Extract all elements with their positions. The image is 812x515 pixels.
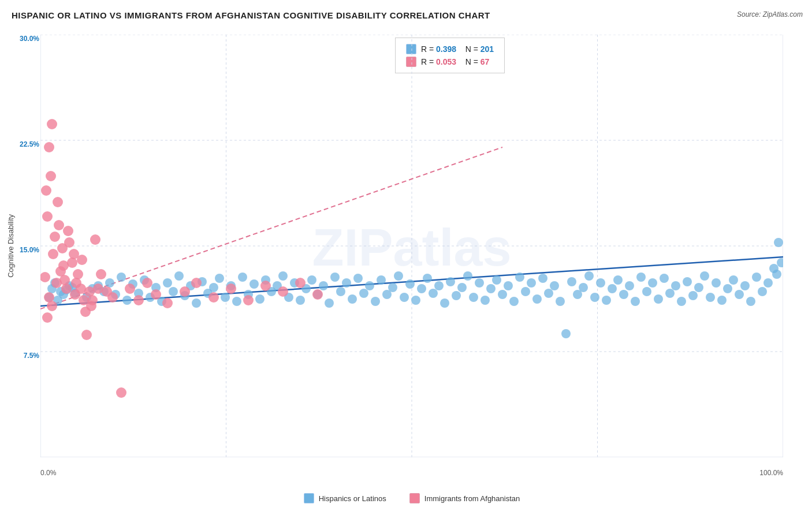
svg-point-183 <box>107 292 118 303</box>
bottom-label-pink: Immigrants from Afghanistan <box>409 493 520 503</box>
svg-point-51 <box>249 279 259 289</box>
y-tick-15: 15.0% <box>20 246 39 254</box>
svg-point-131 <box>712 278 721 288</box>
svg-point-97 <box>515 273 524 282</box>
svg-point-72 <box>371 297 380 306</box>
svg-point-189 <box>162 298 173 308</box>
svg-point-150 <box>50 232 60 242</box>
svg-point-173 <box>81 330 92 340</box>
source-label: Source: ZipAtlas.com <box>737 10 803 18</box>
x-tick-100: 100.0% <box>759 469 783 477</box>
svg-point-125 <box>677 297 686 306</box>
svg-point-196 <box>278 286 288 297</box>
svg-point-162 <box>64 237 75 248</box>
svg-point-56 <box>278 271 288 281</box>
svg-point-101 <box>538 274 547 283</box>
svg-point-45 <box>215 274 224 283</box>
svg-point-89 <box>469 293 478 302</box>
svg-point-188 <box>151 289 161 300</box>
chart-title: HISPANIC OR LATINO VS IMMIGRANTS FROM AF… <box>12 10 490 20</box>
svg-point-96 <box>509 297 519 306</box>
svg-point-192 <box>208 292 219 303</box>
svg-point-49 <box>238 273 247 282</box>
svg-point-126 <box>683 277 692 286</box>
svg-point-152 <box>48 249 58 259</box>
svg-point-67 <box>342 278 351 288</box>
y-tick-30: 30.0% <box>20 35 39 43</box>
svg-point-191 <box>191 278 202 288</box>
svg-point-61 <box>307 275 316 285</box>
svg-point-92 <box>486 284 496 293</box>
bottom-label-pink-text: Immigrants from Afghanistan <box>424 494 520 503</box>
svg-point-88 <box>463 271 472 281</box>
svg-point-198 <box>312 289 323 300</box>
plot-area: ZIPatlas <box>40 35 783 457</box>
svg-point-46 <box>221 293 230 302</box>
svg-point-185 <box>125 283 135 294</box>
svg-point-82 <box>429 289 438 298</box>
svg-point-106 <box>567 277 576 286</box>
svg-point-86 <box>452 291 461 300</box>
svg-point-164 <box>67 258 77 268</box>
svg-point-172 <box>71 278 81 288</box>
svg-point-163 <box>59 275 70 285</box>
svg-point-113 <box>608 284 617 293</box>
svg-point-36 <box>163 278 172 288</box>
svg-point-37 <box>169 287 178 296</box>
svg-point-195 <box>260 281 271 291</box>
svg-point-145 <box>42 211 53 222</box>
svg-point-104 <box>556 297 565 306</box>
svg-point-93 <box>492 275 501 285</box>
bottom-label-blue: Hispanics or Latinos <box>304 493 386 503</box>
chart-container: HISPANIC OR LATINO VS IMMIGRANTS FROM AF… <box>0 0 812 515</box>
svg-point-87 <box>457 283 467 292</box>
svg-point-121 <box>654 294 663 304</box>
svg-point-124 <box>671 281 680 290</box>
svg-point-44 <box>209 283 218 292</box>
svg-point-80 <box>417 284 426 293</box>
svg-point-38 <box>174 271 184 281</box>
svg-point-181 <box>96 269 106 279</box>
svg-point-187 <box>142 278 152 288</box>
svg-point-70 <box>359 289 368 298</box>
svg-point-159 <box>61 283 72 294</box>
bottom-swatch-pink <box>409 493 420 503</box>
svg-point-65 <box>330 273 340 282</box>
svg-point-28 <box>117 273 126 282</box>
y-tick-75: 7.5% <box>24 352 39 360</box>
svg-point-133 <box>723 284 732 293</box>
svg-point-184 <box>116 387 126 398</box>
svg-point-24 <box>105 278 114 288</box>
bottom-label-blue-text: Hispanics or Latinos <box>319 494 386 503</box>
x-axis-ticks: 0.0% 100.0% <box>40 469 783 477</box>
svg-point-175 <box>77 255 87 265</box>
svg-point-144 <box>772 270 781 279</box>
svg-point-64 <box>325 298 334 308</box>
svg-point-66 <box>336 287 345 296</box>
svg-point-48 <box>232 297 241 306</box>
svg-point-98 <box>521 287 530 296</box>
svg-point-153 <box>40 272 50 282</box>
svg-point-85 <box>446 277 455 286</box>
svg-point-140 <box>763 278 773 288</box>
svg-point-147 <box>44 142 54 152</box>
svg-point-41 <box>192 298 201 308</box>
svg-point-130 <box>706 293 715 302</box>
y-tick-225: 22.5% <box>20 140 39 148</box>
svg-point-161 <box>47 301 57 311</box>
svg-point-132 <box>717 296 727 305</box>
svg-point-148 <box>47 119 57 129</box>
svg-point-116 <box>625 281 634 290</box>
svg-point-158 <box>54 220 64 230</box>
svg-point-127 <box>688 291 698 300</box>
svg-point-186 <box>133 295 144 305</box>
svg-point-168 <box>73 269 83 279</box>
svg-point-71 <box>365 281 374 290</box>
svg-point-167 <box>63 226 73 236</box>
svg-point-91 <box>481 296 490 305</box>
svg-point-68 <box>348 294 357 304</box>
svg-point-115 <box>619 290 628 299</box>
svg-point-165 <box>42 312 53 323</box>
svg-point-138 <box>752 273 761 282</box>
svg-point-95 <box>504 281 513 290</box>
